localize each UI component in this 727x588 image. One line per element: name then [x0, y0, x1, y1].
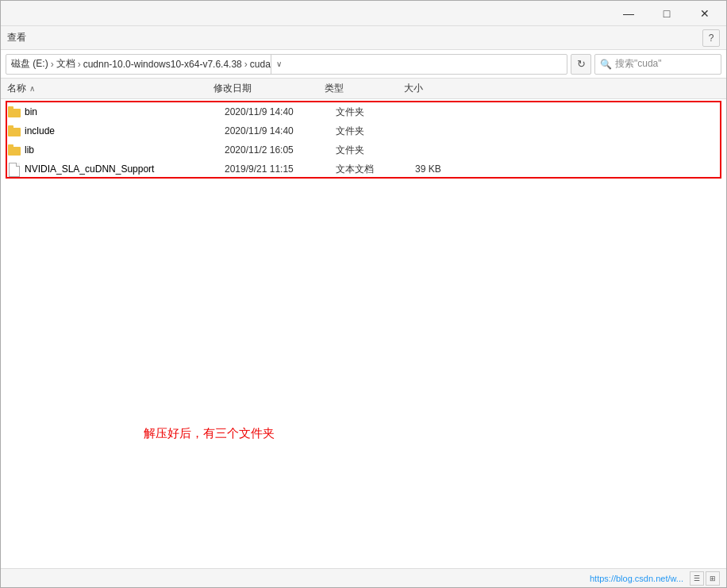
file-name: NVIDIA_SLA_cuDNN_Support — [25, 163, 225, 175]
col-header-name[interactable]: 名称 ∧ — [7, 82, 213, 95]
path-drive: 磁盘 (E:) — [11, 57, 48, 71]
ribbon-label: 查看 — [7, 31, 26, 44]
col-header-date[interactable]: 修改日期 — [213, 82, 325, 95]
maximize-button[interactable]: □ — [648, 1, 685, 26]
grid-view-button[interactable]: ⊞ — [706, 571, 720, 586]
view-buttons: ☰ ⊞ — [690, 571, 720, 586]
address-bar: 磁盘 (E:) › 文档 › cudnn-10.0-windows10-x64-… — [1, 50, 726, 79]
file-name: bin — [25, 106, 225, 117]
refresh-button[interactable]: ↻ — [571, 54, 591, 75]
file-date: 2019/9/21 11:15 — [225, 163, 336, 175]
folder-icon — [7, 105, 21, 119]
close-button[interactable]: ✕ — [687, 1, 723, 26]
table-row[interactable]: lib 2020/11/2 16:05 文件夹 — [1, 140, 726, 159]
file-size: 39 KB — [415, 163, 479, 175]
help-button[interactable]: ? — [702, 29, 720, 47]
file-type: 文本文档 — [336, 163, 415, 176]
file-date: 2020/11/9 14:40 — [225, 106, 336, 117]
folder-icon — [7, 124, 21, 138]
file-type: 文件夹 — [336, 125, 415, 138]
path-documents: 文档 — [56, 57, 75, 71]
table-row[interactable]: include 2020/11/9 14:40 文件夹 — [1, 121, 726, 140]
file-area: 名称 ∧ 修改日期 类型 大小 bin 2020/11/9 14:40 文件夹 — [1, 79, 726, 568]
minimize-button[interactable]: — — [610, 1, 647, 26]
file-name: lib — [25, 144, 225, 156]
sort-asc-icon: ∧ — [29, 84, 35, 93]
folder-icon — [7, 143, 21, 157]
path-cuda: cuda — [250, 59, 271, 70]
col-header-type[interactable]: 类型 — [325, 82, 404, 95]
file-list: bin 2020/11/9 14:40 文件夹 include 2020/11/… — [1, 99, 726, 568]
search-icon: 🔍 — [600, 59, 612, 70]
path-cudnn: cudnn-10.0-windows10-x64-v7.6.4.38 — [83, 59, 242, 70]
address-path[interactable]: 磁盘 (E:) › 文档 › cudnn-10.0-windows10-x64-… — [6, 54, 567, 75]
annotation-text: 解压好后，有三个文件夹 — [144, 426, 275, 441]
file-date: 2020/11/2 16:05 — [225, 144, 336, 156]
document-icon — [7, 162, 21, 176]
file-name: include — [25, 125, 225, 136]
file-type: 文件夹 — [336, 106, 415, 119]
file-date: 2020/11/9 14:40 — [225, 125, 336, 136]
status-bar: https://blog.csdn.net/w... ☰ ⊞ — [1, 568, 726, 587]
ribbon: 查看 ? — [1, 26, 726, 50]
address-chevron-icon[interactable]: ∨ — [271, 54, 287, 75]
table-row[interactable]: bin 2020/11/9 14:40 文件夹 — [1, 102, 726, 121]
search-box[interactable]: 🔍 搜索"cuda" — [594, 54, 721, 75]
window-controls: — □ ✕ — [610, 1, 723, 26]
list-view-button[interactable]: ☰ — [690, 571, 704, 586]
table-row[interactable]: NVIDIA_SLA_cuDNN_Support 2019/9/21 11:15… — [1, 159, 726, 179]
explorer-window: — □ ✕ 查看 ? 磁盘 (E:) › 文档 › cudnn-10.0-win… — [0, 0, 727, 588]
file-type: 文件夹 — [336, 144, 415, 157]
search-placeholder: 搜索"cuda" — [615, 57, 662, 71]
watermark-text: https://blog.csdn.net/w... — [590, 574, 683, 583]
column-headers: 名称 ∧ 修改日期 类型 大小 — [1, 79, 726, 99]
col-header-size[interactable]: 大小 — [404, 82, 467, 95]
title-bar: — □ ✕ — [1, 1, 726, 26]
